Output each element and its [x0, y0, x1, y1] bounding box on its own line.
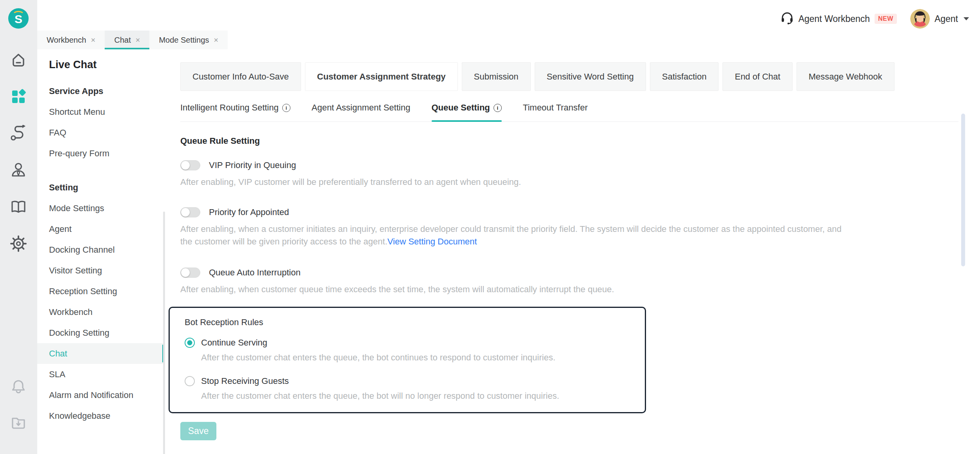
tab-submission[interactable]: Submission	[462, 62, 531, 91]
wintab-chat[interactable]: Chat ×	[105, 31, 149, 49]
window-tab-strip: Workbench × Chat × Mode Settings ×	[37, 31, 228, 49]
stop-receiving-guests-label[interactable]: Stop Receiving Guests	[201, 376, 289, 386]
apps-grid-icon[interactable]	[10, 88, 27, 105]
app-root: S Ag	[0, 0, 980, 454]
sidebar-header-service-apps: Service Apps	[37, 81, 164, 101]
routing-flow-icon[interactable]	[10, 125, 27, 142]
page-title: Live Chat	[37, 49, 164, 81]
user-menu[interactable]: Agent	[935, 14, 958, 24]
save-button[interactable]: Save	[180, 422, 216, 440]
vip-priority-row: VIP Priority in Queuing	[180, 160, 962, 170]
sidebar-item-docking-channel[interactable]: Docking Channel	[37, 239, 164, 260]
tab-sensitive-word-setting[interactable]: Sensitive Word Setting	[535, 62, 646, 91]
vip-priority-toggle[interactable]	[180, 160, 200, 170]
queue-auto-interruption-toggle[interactable]	[180, 268, 200, 278]
download-folder-icon[interactable]	[10, 414, 27, 431]
settings-gear-icon[interactable]	[10, 235, 27, 252]
view-setting-document-link[interactable]: View Setting Document	[387, 237, 477, 246]
continue-serving-option[interactable]: Continue Serving	[185, 338, 633, 348]
sidebar-item-faq[interactable]: FAQ	[37, 122, 164, 143]
bot-reception-rules-title: Bot Reception Rules	[185, 317, 633, 327]
sidebar-item-alarm-and-notification[interactable]: Alarm and Notification	[37, 385, 164, 405]
main-content: Customer Info Auto-Save Customer Assignm…	[180, 49, 962, 440]
agent-workbench-link[interactable]: Agent Workbench	[799, 14, 870, 24]
tab-message-webhook[interactable]: Message Webhook	[797, 62, 895, 91]
close-icon[interactable]: ×	[91, 36, 96, 45]
brand-logo[interactable]: S	[8, 8, 29, 29]
sidebar-item-shortcut-menu[interactable]: Shortcut Menu	[37, 101, 164, 122]
priority-appointed-label: Priority for Appointed	[209, 207, 289, 217]
home-icon[interactable]	[10, 51, 27, 69]
sub-tab-bar: Intelligent Routing Setting i Agent Assi…	[180, 103, 958, 122]
queue-auto-interruption-label: Queue Auto Interruption	[209, 268, 301, 278]
sidebar-item-workbench[interactable]: Workbench	[37, 302, 164, 322]
wintab-workbench[interactable]: Workbench ×	[37, 31, 105, 49]
stop-receiving-guests-description: After the customer chat enters the queue…	[185, 391, 633, 401]
subtab-agent-assignment-setting[interactable]: Agent Assignment Setting	[312, 103, 410, 121]
tab-end-of-chat[interactable]: End of Chat	[722, 62, 792, 91]
close-icon[interactable]: ×	[136, 36, 140, 45]
sidebar-item-sla[interactable]: SLA	[37, 364, 164, 385]
notifications-bell-icon[interactable]	[10, 378, 27, 395]
close-icon[interactable]: ×	[214, 36, 218, 45]
queue-auto-interruption-description: After enabling, when customer queue time…	[180, 283, 845, 296]
priority-appointed-description: After enabling, when a customer initiate…	[180, 223, 845, 248]
sidebar-item-docking-setting[interactable]: Docking Setting	[37, 322, 164, 343]
queue-auto-interruption-row: Queue Auto Interruption	[180, 268, 962, 278]
radio-unselected-icon[interactable]	[185, 376, 195, 386]
continue-serving-description: After the customer chat enters the queue…	[185, 353, 633, 363]
bot-reception-rules-box: Bot Reception Rules Continue Serving Aft…	[169, 307, 646, 413]
sidebar-item-mode-settings[interactable]: Mode Settings	[37, 198, 164, 219]
sidebar-item-knowledgebase[interactable]: Knowledgebase	[37, 405, 164, 426]
sidebar-header-setting: Setting	[37, 177, 164, 198]
vip-priority-label: VIP Priority in Queuing	[209, 160, 296, 170]
sidebar: Live Chat Service Apps Shortcut Menu FAQ…	[37, 49, 164, 454]
new-badge: NEW	[875, 14, 897, 24]
priority-appointed-row: Priority for Appointed	[180, 207, 962, 217]
headset-icon	[780, 11, 794, 26]
knowledgebase-book-icon[interactable]	[10, 198, 27, 215]
continue-serving-label[interactable]: Continue Serving	[201, 338, 267, 348]
sidebar-scrollbar[interactable]	[163, 212, 165, 454]
sidebar-item-reception-setting[interactable]: Reception Setting	[37, 281, 164, 302]
page-scrollbar[interactable]	[961, 114, 965, 266]
sidebar-item-visitor-setting[interactable]: Visitor Setting	[37, 260, 164, 281]
tab-customer-info-auto-save[interactable]: Customer Info Auto-Save	[180, 62, 301, 91]
sidebar-item-chat[interactable]: Chat	[37, 343, 164, 364]
top-header: Agent Workbench NEW Agent	[780, 6, 969, 31]
subtab-queue-setting[interactable]: Queue Setting i	[432, 103, 502, 121]
agent-person-icon[interactable]	[10, 161, 27, 179]
tab-satisfaction[interactable]: Satisfaction	[650, 62, 719, 91]
info-icon[interactable]: i	[282, 104, 290, 112]
radio-selected-icon[interactable]	[185, 338, 195, 348]
subtab-timeout-transfer[interactable]: Timeout Transfer	[523, 103, 588, 121]
sidebar-item-agent[interactable]: Agent	[37, 219, 164, 239]
icon-rail: S	[0, 0, 37, 454]
main-tab-bar: Customer Info Auto-Save Customer Assignm…	[180, 62, 962, 91]
user-avatar[interactable]	[910, 9, 930, 29]
section-title: Queue Rule Setting	[180, 136, 962, 146]
sidebar-item-pre-query-form[interactable]: Pre-query Form	[37, 143, 164, 164]
priority-appointed-toggle[interactable]	[180, 207, 200, 217]
subtab-intelligent-routing-setting[interactable]: Intelligent Routing Setting i	[180, 103, 290, 121]
info-icon[interactable]: i	[494, 104, 502, 112]
brand-logo-arc	[8, 8, 29, 29]
tab-customer-assignment-strategy[interactable]: Customer Assignment Strategy	[305, 62, 458, 91]
stop-receiving-guests-option[interactable]: Stop Receiving Guests	[185, 376, 633, 386]
chevron-down-icon	[964, 17, 969, 20]
wintab-mode-settings[interactable]: Mode Settings ×	[149, 31, 228, 49]
vip-priority-description: After enabling, VIP customer will be pre…	[180, 176, 845, 188]
